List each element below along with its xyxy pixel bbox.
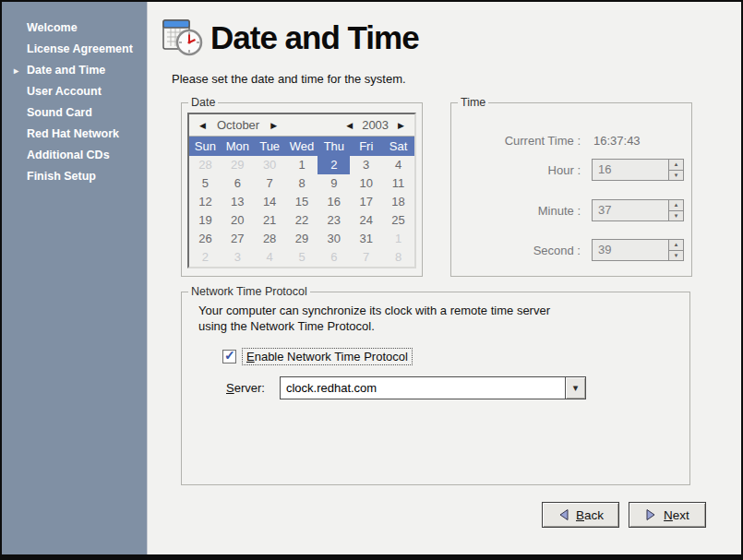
calendar-day[interactable]: 19 <box>189 211 222 230</box>
calendar-day[interactable]: 6 <box>222 174 254 193</box>
hour-label: Hour : <box>451 163 581 177</box>
calendar-day[interactable]: 29 <box>286 230 318 248</box>
calendar-day[interactable]: 14 <box>254 193 286 211</box>
ntp-frame-label: Network Time Protocol <box>188 285 310 298</box>
next-button-label: Next <box>664 508 689 522</box>
second-stepper[interactable]: 39 ▴ ▾ <box>592 239 684 261</box>
calendar-day[interactable]: 8 <box>382 248 414 267</box>
back-button-label: Back <box>576 508 604 522</box>
sidebar-item-sound-card[interactable]: ▸Sound Card <box>2 102 147 124</box>
minute-up-icon[interactable]: ▴ <box>668 199 684 210</box>
calendar-day[interactable]: 25 <box>382 211 414 230</box>
checkmark-icon: ✓ <box>224 348 235 363</box>
calendar-day-header: Sat <box>382 137 414 156</box>
second-field[interactable]: 39 <box>592 239 668 261</box>
calendar-day[interactable]: 26 <box>189 230 222 248</box>
dropdown-arrow-icon[interactable]: ▾ <box>565 377 585 399</box>
calendar-day[interactable]: 20 <box>222 211 254 230</box>
calendar-day[interactable]: 4 <box>382 156 414 174</box>
server-combobox[interactable]: clock.redhat.com ▾ <box>280 376 586 399</box>
hour-stepper[interactable]: 16 ▴ ▾ <box>592 159 684 181</box>
sidebar-item-additional-cds[interactable]: ▸Additional CDs <box>2 145 147 166</box>
second-up-icon[interactable]: ▴ <box>668 239 684 250</box>
calendar-day-header: Fri <box>350 137 382 156</box>
calendar-day[interactable]: 1 <box>382 230 414 248</box>
sidebar-item-label: Red Hat Network <box>27 127 119 140</box>
next-arrow-icon <box>645 508 657 521</box>
active-step-arrow-icon: ▸ <box>14 60 18 81</box>
calendar-day[interactable]: 13 <box>222 193 254 211</box>
calendar-month: October <box>217 118 259 132</box>
calendar-day[interactable]: 30 <box>318 230 350 248</box>
sidebar-item-label: License Agreement <box>27 42 133 55</box>
enable-ntp-label[interactable]: Enable Network Time Protocol <box>242 348 413 365</box>
sidebar-item-user-account[interactable]: ▸User Account <box>2 81 147 102</box>
calendar-day[interactable]: 12 <box>189 193 222 211</box>
calendar-day[interactable]: 3 <box>222 248 254 267</box>
minute-down-icon[interactable]: ▾ <box>668 210 684 222</box>
page-title: Date and Time <box>210 19 419 56</box>
sidebar-item-date-and-time[interactable]: ▸Date and Time <box>2 60 147 81</box>
calendar-day[interactable]: 28 <box>254 230 286 248</box>
calendar-day[interactable]: 23 <box>318 211 350 230</box>
sidebar-item-license-agreement[interactable]: ▸License Agreement <box>2 39 147 60</box>
minute-stepper[interactable]: 37 ▴ ▾ <box>592 199 684 221</box>
calendar-day[interactable]: 5 <box>286 248 318 267</box>
hour-down-icon[interactable]: ▾ <box>668 170 684 182</box>
next-button[interactable]: Next <box>629 502 706 528</box>
back-button[interactable]: Back <box>542 502 619 528</box>
calendar-day-selected[interactable]: 2 <box>318 156 350 174</box>
calendar-day[interactable]: 31 <box>350 230 382 248</box>
calendar-day[interactable]: 21 <box>254 211 286 230</box>
sidebar-item-red-hat-network[interactable]: ▸Red Hat Network <box>2 124 147 145</box>
calendar-day[interactable]: 22 <box>286 211 318 230</box>
calendar-day[interactable]: 5 <box>189 174 222 193</box>
ntp-description-line1: Your computer can synchronize its clock … <box>198 304 550 317</box>
calendar-day[interactable]: 30 <box>254 156 286 174</box>
calendar-widget: ◀ October ▶ ◀ 2003 ▶ SunMonTueWedThuFriS… <box>187 113 416 268</box>
calendar-day[interactable]: 1 <box>286 156 318 174</box>
next-year-icon[interactable]: ▶ <box>394 121 408 130</box>
calendar-day[interactable]: 8 <box>286 174 318 193</box>
calendar-day[interactable]: 6 <box>318 248 350 267</box>
calendar-day[interactable]: 29 <box>222 156 254 174</box>
calendar-day[interactable]: 15 <box>286 193 318 211</box>
calendar-day[interactable]: 7 <box>254 174 286 193</box>
calendar-clock-icon <box>159 14 205 60</box>
calendar-day-header: Wed <box>286 137 318 156</box>
setup-wizard-window: ▸Welcome▸License Agreement▸Date and Time… <box>0 0 743 560</box>
minute-field[interactable]: 37 <box>592 199 668 221</box>
hour-up-icon[interactable]: ▴ <box>668 159 684 170</box>
calendar-nav: ◀ October ▶ ◀ 2003 ▶ <box>189 114 414 137</box>
prev-month-icon[interactable]: ◀ <box>196 121 210 130</box>
calendar-day[interactable]: 2 <box>189 248 222 267</box>
sidebar-item-label: Additional CDs <box>27 149 110 161</box>
calendar-day-header: Tue <box>254 137 286 156</box>
calendar-day[interactable]: 11 <box>382 174 414 193</box>
next-month-icon[interactable]: ▶ <box>267 121 281 130</box>
enable-ntp-checkbox[interactable]: ✓ <box>222 350 236 363</box>
calendar-day[interactable]: 4 <box>254 248 286 267</box>
calendar-day[interactable]: 24 <box>350 211 382 230</box>
sidebar-item-welcome[interactable]: ▸Welcome <box>2 18 147 39</box>
ntp-server-row: Server: clock.redhat.com ▾ <box>226 376 586 399</box>
prev-year-icon[interactable]: ◀ <box>342 121 356 130</box>
calendar-day[interactable]: 9 <box>318 174 350 193</box>
second-down-icon[interactable]: ▾ <box>668 250 684 262</box>
date-frame-label: Date <box>188 96 218 109</box>
ntp-description-line2: using the Network Time Protocol. <box>198 319 375 333</box>
calendar-day[interactable]: 17 <box>350 193 382 211</box>
second-row: Second : 39 ▴ ▾ <box>451 239 684 261</box>
calendar-day[interactable]: 27 <box>222 230 254 248</box>
calendar-day[interactable]: 3 <box>350 156 382 174</box>
hour-field[interactable]: 16 <box>592 159 668 181</box>
calendar-day[interactable]: 7 <box>350 248 382 267</box>
calendar-day[interactable]: 16 <box>318 193 350 211</box>
calendar-day[interactable]: 28 <box>189 156 222 174</box>
sidebar-item-finish-setup[interactable]: ▸Finish Setup <box>2 166 147 187</box>
calendar-day-header: Thu <box>318 137 350 156</box>
calendar-year: 2003 <box>362 118 389 132</box>
server-input[interactable]: clock.redhat.com <box>281 377 565 399</box>
calendar-day[interactable]: 18 <box>382 193 414 211</box>
calendar-day[interactable]: 10 <box>350 174 382 193</box>
